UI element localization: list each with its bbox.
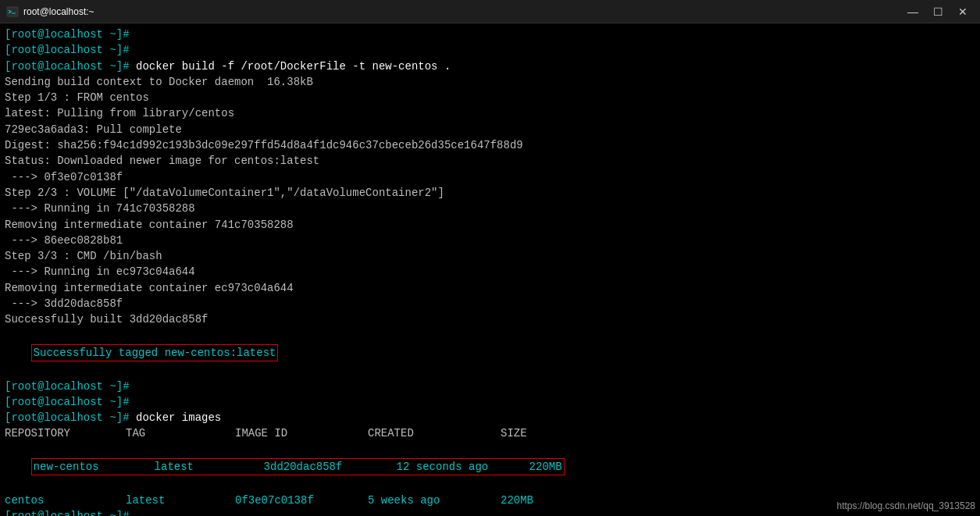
terminal-area[interactable]: [root@localhost ~]# [root@localhost ~]# … [0, 23, 980, 516]
title-bar-left: root@localhost:~ [6, 5, 94, 18]
terminal-line: [root@localhost ~]# [5, 42, 975, 58]
terminal-line: [root@localhost ~]# docker build -f /roo… [5, 59, 975, 74]
window-controls: — ☐ ✕ [902, 3, 974, 20]
close-button[interactable]: ✕ [952, 3, 974, 20]
title-bar: root@localhost:~ — ☐ ✕ [0, 0, 980, 23]
terminal-line: 729ec3a6ada3: Pull complete [5, 122, 975, 137]
terminal-line: ---> 3dd20dac858f [5, 296, 975, 311]
minimize-button[interactable]: — [902, 3, 924, 20]
terminal-line: latest: Pulling from library/centos [5, 105, 975, 121]
terminal-line: [root@localhost ~]# docker images [5, 410, 975, 425]
terminal-line: Removing intermediate container 741c7035… [5, 217, 975, 233]
window-title: root@localhost:~ [23, 6, 94, 17]
terminal-line: Removing intermediate container ec973c04… [5, 280, 975, 296]
terminal-line: [root@localhost ~]# [5, 379, 975, 394]
terminal-line: [root@localhost ~]# [5, 394, 975, 410]
terminal-icon [6, 5, 19, 18]
terminal-line: Successfully built 3dd20dac858f [5, 311, 975, 327]
terminal-line: ---> 0f3e07c0138f [5, 169, 975, 185]
terminal-line: Status: Downloaded newer image for cento… [5, 153, 975, 169]
terminal-line: ---> Running in 741c70358288 [5, 201, 975, 216]
terminal-line: [root@localhost ~]# [5, 27, 975, 42]
watermark: https://blog.csdn.net/qq_3913528 [837, 500, 975, 511]
terminal-line: ---> Running in ec973c04a644 [5, 264, 975, 279]
image-row-new-centos: new-centos latest 3dd20dac858f 12 second… [5, 443, 975, 492]
terminal-line: Step 1/3 : FROM centos [5, 90, 975, 105]
maximize-button[interactable]: ☐ [927, 3, 949, 20]
terminal-line: Sending build context to Docker daemon 1… [5, 74, 975, 90]
image-row-centos: centos latest 0f3e07c0138f 5 weeks ago 2… [5, 493, 975, 508]
svg-rect-1 [7, 7, 18, 16]
terminal-line: [root@localhost ~]# [5, 508, 975, 516]
terminal-line: Digest: sha256:f94c1d992c193b3dc09e297ff… [5, 137, 975, 153]
terminal-line: Step 3/3 : CMD /bin/bash [5, 248, 975, 264]
terminal-line: ---> 86eec0828b81 [5, 233, 975, 248]
table-header: REPOSITORY TAG IMAGE ID CREATED SIZE [5, 425, 975, 441]
terminal-line: Step 2/3 : VOLUME ["/dataVolumeContainer… [5, 185, 975, 201]
tagged-line: Successfully tagged new-centos:latest [5, 329, 975, 378]
